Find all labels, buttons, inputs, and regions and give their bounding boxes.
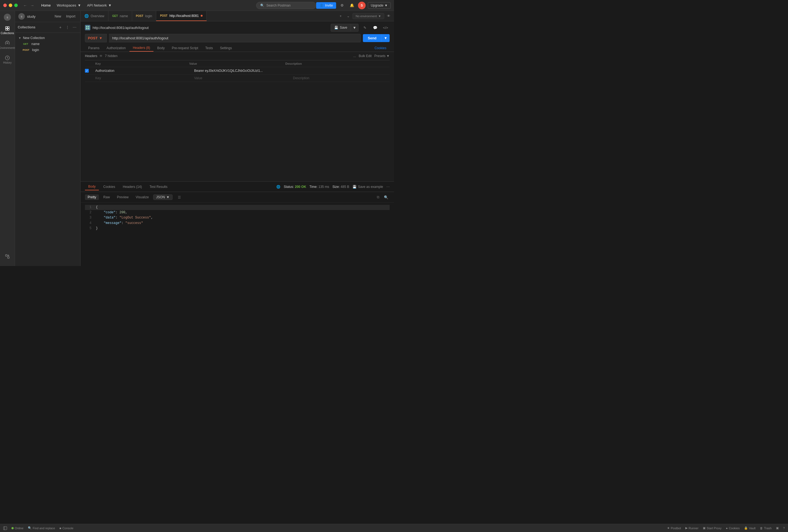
tree-item-get-name[interactable]: GET name — [15, 41, 80, 47]
status-text: Status: 200 OK — [284, 185, 306, 189]
hidden-count: 7 hidden — [105, 54, 117, 58]
description-col-header: Description — [285, 62, 381, 65]
response-status: 🌐 Status: 200 OK Time: 135 ms Size: 485 … — [276, 185, 390, 189]
notifications-button[interactable]: 🔔 — [348, 2, 356, 9]
save-button[interactable]: 💾 Save — [331, 24, 351, 32]
bulk-edit-btn[interactable]: Bulk Edit — [359, 54, 372, 58]
invite-button[interactable]: 👤 Invite — [316, 2, 336, 9]
avatar[interactable]: S — [358, 2, 366, 9]
json-content-1: { — [96, 205, 98, 210]
headers-tab[interactable]: Headers (8) — [130, 44, 153, 52]
sidebar-item-history[interactable]: History — [1, 53, 13, 67]
svg-rect-1 — [8, 26, 9, 28]
eye-icon-button[interactable]: 👁 — [385, 13, 392, 19]
collection-item-new[interactable]: ▼ New Collection — [15, 35, 80, 41]
check-icon: ✓ — [86, 70, 88, 72]
request-tabs: Params Authorization Headers (8) Body Pr… — [85, 44, 235, 52]
sidebar-item-collections[interactable]: Collections — [1, 23, 13, 37]
more-btn[interactable]: ... — [353, 54, 356, 58]
tab-overview[interactable]: 🌐 Overview — [81, 11, 109, 21]
traffic-lights — [3, 3, 18, 7]
chevron-down-icon: ▼ — [378, 15, 381, 18]
add-collection-button[interactable]: + — [57, 24, 63, 30]
request-url-display: http://localhost:8081/api/auth/logout 💾 … — [81, 21, 394, 32]
tab-post-badge-2: POST — [160, 14, 168, 17]
save-example-label: Save as example — [358, 185, 383, 189]
json-output: 1 { 2 "code": 200, 3 "data": "LogOut Suc… — [81, 203, 394, 266]
edit-button[interactable]: ✎ — [361, 23, 369, 32]
response-body-tab[interactable]: Body — [85, 183, 99, 190]
code-button[interactable]: </> — [381, 23, 390, 32]
headers-column-row: Key Value Description — [85, 60, 390, 67]
search-bar[interactable]: 🔍 Search Postman — [256, 2, 316, 9]
presets-btn[interactable]: Presets ▼ — [374, 54, 390, 58]
method-selector[interactable]: POST ▼ — [85, 34, 107, 42]
more-options-button[interactable]: ⋯ — [72, 24, 78, 30]
body-tab[interactable]: Body — [154, 45, 168, 51]
add-tab-button[interactable]: + — [337, 13, 344, 19]
close-button[interactable] — [3, 3, 7, 7]
response-headers-tab[interactable]: Headers (14) — [120, 183, 145, 190]
workspaces-nav[interactable]: Workspaces ▼ — [54, 2, 84, 8]
params-tab[interactable]: Params — [85, 45, 103, 51]
home-nav[interactable]: Home — [39, 2, 54, 8]
api-network-nav[interactable]: API Network ▼ — [84, 2, 114, 8]
header-key-empty[interactable]: Key — [93, 76, 192, 80]
method-get-badge: GET — [22, 42, 30, 46]
presets-label: Presets — [374, 54, 386, 58]
pretty-tab[interactable]: Pretty — [85, 194, 99, 200]
save-dropdown-button[interactable]: ▼ — [351, 24, 358, 32]
tabs-menu-button[interactable]: ⌄ — [345, 13, 351, 19]
header-value-empty[interactable]: Value — [192, 76, 291, 80]
tab-get-name-label: name — [120, 14, 128, 18]
maximize-button[interactable] — [14, 3, 18, 7]
history-icon — [5, 56, 10, 60]
cookies-tab[interactable]: Cookies — [371, 45, 390, 51]
settings-button[interactable]: ⚙ — [338, 2, 346, 9]
response-cookies-tab[interactable]: Cookies — [100, 183, 118, 190]
copy-button[interactable]: ⧉ — [374, 194, 381, 201]
minimize-button[interactable] — [9, 3, 12, 7]
collections-icon — [5, 26, 10, 31]
comment-button[interactable]: 💬 — [371, 23, 379, 32]
sidebar-item-new-tab[interactable] — [1, 250, 13, 263]
back-button[interactable]: ← — [22, 2, 28, 8]
method-label: POST — [88, 36, 97, 40]
send-button[interactable]: Send — [363, 34, 381, 42]
json-type-selector[interactable]: JSON ▼ — [153, 194, 173, 200]
tab-post-logout[interactable]: POST http://localhost:8081 — [156, 11, 207, 21]
preview-tab[interactable]: Preview — [114, 194, 131, 200]
filter-icon[interactable]: ☰ — [176, 194, 183, 201]
headers-toolbar: Headers 👁 7 hidden ... Bulk Edit Presets… — [85, 52, 390, 60]
settings-tab[interactable]: Settings — [217, 45, 235, 51]
sidebar-item-environments[interactable]: Environments — [1, 38, 13, 52]
svg-rect-3 — [8, 29, 9, 30]
authorization-tab[interactable]: Authorization — [103, 45, 129, 51]
tab-post-login[interactable]: POST login — [132, 11, 156, 21]
pre-request-tab[interactable]: Pre-request Script — [169, 45, 201, 51]
checkbox-1[interactable]: ✓ — [85, 69, 93, 73]
more-options-icon[interactable]: ⋯ — [386, 185, 390, 189]
import-button[interactable]: Import — [64, 14, 77, 19]
tab-overview-label: Overview — [91, 14, 104, 18]
upgrade-button[interactable]: Upgrade ▼ — [368, 2, 391, 9]
forward-button[interactable]: → — [29, 2, 35, 8]
line-num-4: 4 — [85, 221, 92, 226]
header-value-1[interactable]: Bearer eyJ0eXAiOiJKV1QiLCJhbGciOiJIUzI1.… — [192, 69, 291, 73]
send-dropdown-button[interactable]: ▼ — [381, 34, 390, 42]
tab-get-name[interactable]: GET name — [109, 11, 132, 21]
checkbox-checked[interactable]: ✓ — [85, 69, 89, 73]
url-input[interactable] — [109, 34, 361, 42]
visualize-tab[interactable]: Visualize — [133, 194, 152, 200]
tree-item-post-login[interactable]: POST login — [15, 47, 80, 53]
response-test-results-tab[interactable]: Test Results — [146, 183, 171, 190]
header-key-1[interactable]: Authorization — [93, 69, 192, 73]
nav-arrows: ← → — [22, 2, 35, 8]
new-button[interactable]: New — [53, 14, 63, 19]
raw-tab[interactable]: Raw — [100, 194, 113, 200]
sort-button[interactable]: ⋮ — [64, 24, 71, 30]
env-selector[interactable]: No environment ▼ — [353, 13, 384, 19]
save-example-button[interactable]: 💾 Save as example — [353, 185, 383, 189]
tests-tab[interactable]: Tests — [202, 45, 216, 51]
search-button[interactable]: 🔍 — [382, 194, 390, 201]
